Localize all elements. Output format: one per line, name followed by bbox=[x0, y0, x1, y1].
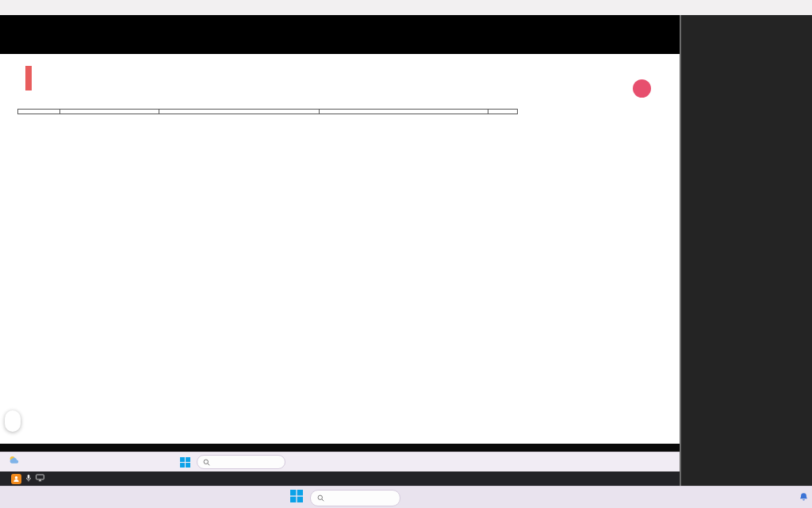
header-item bbox=[18, 109, 60, 114]
top-black-band bbox=[0, 15, 680, 54]
search-box[interactable] bbox=[310, 490, 400, 506]
notification-bell-icon[interactable] bbox=[799, 491, 808, 505]
header-standard bbox=[159, 109, 320, 114]
banner-monitor-icon bbox=[36, 474, 44, 483]
search-box-shared[interactable] bbox=[197, 455, 285, 469]
start-button[interactable] bbox=[290, 490, 303, 506]
shared-taskbar-tray bbox=[664, 454, 673, 470]
search-icon bbox=[203, 459, 210, 466]
search-icon bbox=[317, 495, 324, 502]
header-bonus bbox=[320, 109, 488, 114]
bottom-black-band bbox=[0, 444, 680, 452]
report-purpose-panel bbox=[528, 122, 661, 132]
window-titlebar bbox=[0, 0, 812, 15]
screen-share-region bbox=[0, 15, 680, 486]
report-table bbox=[17, 109, 518, 114]
shared-screen-taskbar bbox=[0, 452, 680, 471]
taskbar-tray bbox=[788, 487, 808, 508]
weather-widget[interactable] bbox=[8, 455, 23, 464]
participants-sidebar bbox=[680, 15, 812, 486]
table-header-row bbox=[18, 109, 518, 114]
window-controls bbox=[782, 0, 806, 15]
header-content bbox=[60, 109, 159, 114]
start-button-shared[interactable] bbox=[180, 456, 190, 471]
header-score bbox=[488, 109, 518, 114]
slide-title-block bbox=[25, 64, 39, 90]
taskbar bbox=[0, 486, 812, 508]
red-dot-decoration bbox=[633, 79, 651, 98]
weather-icon bbox=[8, 455, 20, 464]
presentation-toolbar bbox=[5, 410, 21, 432]
screen-share-banner bbox=[0, 471, 680, 486]
taskbar-center bbox=[290, 487, 414, 508]
presentation-slide bbox=[0, 54, 680, 444]
title-accent-bar bbox=[25, 66, 32, 90]
banner-mic-icon bbox=[25, 474, 32, 484]
sharer-avatar-icon bbox=[11, 474, 21, 484]
